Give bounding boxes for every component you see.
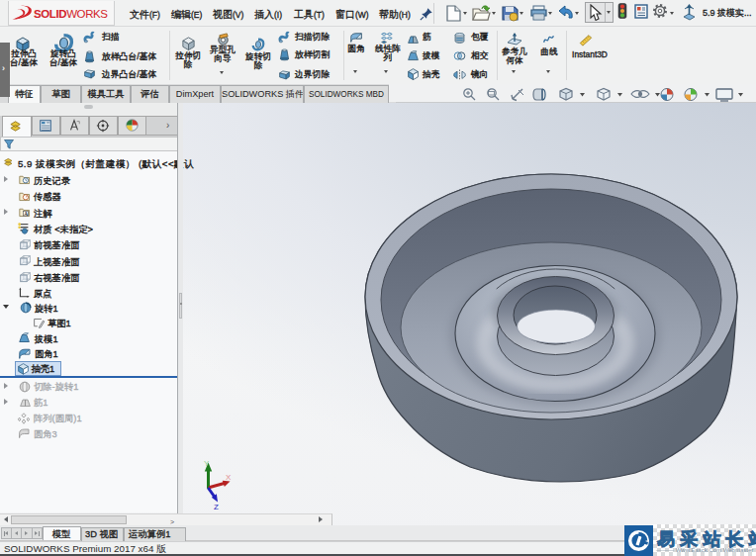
svg-text:X: X: [226, 473, 232, 482]
svg-text:Y: Y: [204, 459, 210, 468]
svg-text:Z: Z: [214, 503, 219, 511]
